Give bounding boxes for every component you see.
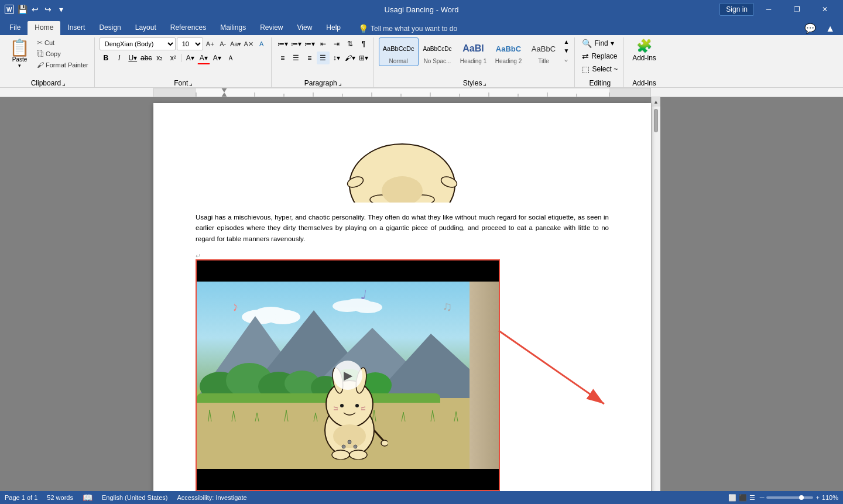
line-spacing-button[interactable]: ↕▾ [330,52,343,64]
justify-button[interactable]: ☰ [317,52,330,64]
align-right-button[interactable]: ≡ [303,52,316,64]
video-tree [470,282,499,469]
font-dialog-launcher[interactable]: ⌟ [189,79,193,87]
styles-more[interactable]: ⌵ [561,55,571,63]
superscript-button[interactable]: x² [167,52,180,64]
font-shrink-button[interactable]: A- [217,38,229,50]
font-color-button[interactable]: A▾ [197,52,210,64]
style-heading2[interactable]: AaBbC Heading 2 [491,38,525,66]
zoom-in-button[interactable]: + [815,494,819,501]
decrease-indent-button[interactable]: ⇤ [317,37,330,50]
print-layout-icon[interactable]: ⬜ [728,494,736,502]
font-grow-button[interactable]: A+ [204,38,216,50]
clear-formatting-button[interactable]: A✕ [243,38,255,50]
tab-references[interactable]: References [163,21,213,35]
find-dropdown-icon: ▾ [611,39,614,47]
tab-review[interactable]: Review [253,21,290,35]
music-note-3: ♫ [443,299,453,314]
style-heading1[interactable]: AaBl Heading 1 [456,38,490,66]
zoom-slider[interactable] [766,496,813,499]
align-center-button[interactable]: ☰ [290,52,303,64]
tab-design[interactable]: Design [92,21,128,35]
styles-scroll-down[interactable]: ▼ [561,46,571,54]
select-button[interactable]: ⬚ Select ~ [580,63,620,75]
document-page[interactable]: Usagi has a mischievous, hyper, and chao… [153,103,651,495]
ribbon-right-icons: 💬 ▲ [801,22,843,35]
scrollbar-thumb[interactable] [654,109,658,132]
style-normal[interactable]: AaBbCcDc Normal [379,37,419,66]
font-effects-button[interactable]: A▾ [211,52,224,64]
font-size-select[interactable]: 10 [177,37,203,50]
paste-label: Paste [12,56,28,63]
sort-button[interactable]: ⇅ [344,37,357,50]
accessibility-status[interactable]: Accessibility: Investigate [177,494,246,501]
ribbon-collapse-icon[interactable]: ▲ [822,22,838,35]
ribbon: 📋 Paste ▾ ✂ Cut ⿻ Copy 🖌 Format Painter [0,35,843,88]
tab-help[interactable]: Help [319,21,348,35]
cut-button[interactable]: ✂ Cut [35,37,91,48]
video-bottom-bar [197,469,499,490]
tab-layout[interactable]: Layout [128,21,163,35]
minimize-button[interactable]: ─ [755,0,782,19]
paragraph-dialog-launcher[interactable]: ⌟ [338,79,342,87]
sign-in-button[interactable]: Sign in [719,3,754,16]
ribbon-tab-bar: File Home Insert Design Layout Reference… [0,19,843,35]
change-case-button[interactable]: Aa▾ [230,38,242,50]
shading-button[interactable]: 🖌▾ [344,52,357,64]
tab-file[interactable]: File [2,21,28,35]
scroll-up-button[interactable]: ▲ [652,97,660,107]
tab-view[interactable]: View [290,21,320,35]
increase-indent-button[interactable]: ⇥ [330,37,343,50]
paste-button[interactable]: 📋 Paste ▾ [6,37,33,71]
strikethrough-button[interactable]: abc [140,52,153,64]
style-no-space[interactable]: AaBbCcDc No Spac... [420,38,455,66]
addins-group: 🧩 Add-ins Add-ins [625,37,663,87]
redo-button[interactable]: ↪ [42,4,54,15]
restore-button[interactable]: ❐ [783,0,810,19]
style-title[interactable]: AaBbC Title [526,38,560,66]
text-highlight-button[interactable]: A▾ [184,52,197,64]
find-button[interactable]: 🔍 Find ▾ [580,37,616,49]
save-button[interactable]: 💾 [16,4,28,15]
editing-group-content: 🔍 Find ▾ ⇄ Replace ⬚ Select ~ [580,37,620,79]
styles-dialog-launcher[interactable]: ⌟ [483,79,486,87]
undo-button[interactable]: ↩ [29,4,41,15]
video-play-button[interactable]: ▶ [333,361,362,390]
web-layout-icon[interactable]: ⬛ [739,494,747,502]
close-button[interactable]: ✕ [811,0,838,19]
zoom-out-button[interactable]: ─ [760,494,765,501]
italic-button[interactable]: I [113,52,126,64]
text-effects-button[interactable]: A [256,38,268,50]
svg-point-53 [333,424,366,448]
tab-insert[interactable]: Insert [60,21,92,35]
styles-scroll: ▲ ▼ ⌵ [561,37,571,63]
comments-icon[interactable]: 💬 [801,22,820,35]
multilevel-list-button[interactable]: ≔▾ [303,37,316,50]
show-hide-button[interactable]: ¶ [357,37,370,50]
add-ins-button[interactable]: 🧩 Add-ins [629,37,660,63]
font-name-select[interactable]: DengXian (Body) [100,37,176,50]
outline-icon[interactable]: ☰ [749,494,755,502]
tab-home[interactable]: Home [28,21,60,35]
styles-scroll-up[interactable]: ▲ [561,37,571,46]
tab-mailings[interactable]: Mailings [213,21,253,35]
window-title: Usagi Dancing - Word [385,5,459,14]
style-heading1-preview: AaBl [462,39,484,58]
status-bar: Page 1 of 1 52 words 📖 English (United S… [0,491,843,504]
borders-button[interactable]: ⊞▾ [357,52,370,64]
format-painter-button[interactable]: 🖌 Format Painter [35,60,91,70]
bullets-button[interactable]: ≔▾ [276,37,289,50]
subscript-button[interactable]: x₂ [153,52,166,64]
quick-access-more-button[interactable]: ▾ [55,4,67,15]
underline-button[interactable]: U▾ [126,52,139,64]
align-left-button[interactable]: ≡ [276,52,289,64]
copy-button[interactable]: ⿻ Copy [35,49,91,59]
replace-button[interactable]: ⇄ Replace [580,50,619,62]
numbering-button[interactable]: ≔▾ [290,37,303,50]
char-shading-button[interactable]: Ａ [224,52,237,64]
video-frame[interactable]: ♪ ♩ ♫ [196,259,500,491]
bold-button[interactable]: B [100,52,112,64]
tell-me-field[interactable]: 💡 Tell me what you want to do [352,22,463,35]
addins-label-row: Add-ins [629,79,660,87]
clipboard-dialog-launcher[interactable]: ⌟ [62,79,66,87]
